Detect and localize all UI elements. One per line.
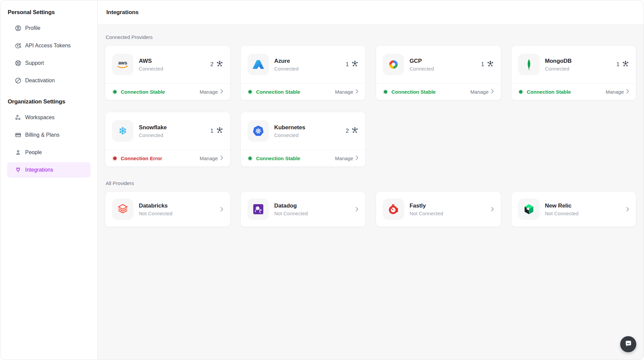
sidebar-item-label: Profile [25,25,40,31]
provider-info: AWS Connected [139,58,163,72]
sidebar-item-integrations[interactable]: Integrations [7,162,91,178]
person-icon [14,149,22,156]
provider-card-top: Databricks Not Connected [105,192,230,227]
connection-count-value: 1 [616,61,620,68]
connection-status: Connection Stable [518,89,571,95]
connection-count-value: 1 [210,128,213,134]
hub-icon [351,60,359,69]
fastly-logo-icon [383,198,404,220]
provider-name: GCP [410,58,434,64]
sidebar-item-label: Billing & Plans [25,132,59,138]
provider-card-top: aws AWS Connected 2 [105,46,230,83]
provider-card-top: MongoDB Connected 1 [512,46,636,83]
connection-status-text: Connection Stable [527,89,571,95]
status-dot-icon [112,156,117,161]
sidebar-item-profile[interactable]: Profile [7,20,91,36]
connection-count: 2 [210,60,223,69]
provider-name: New Relic [545,203,579,209]
manage-button[interactable]: Manage [335,155,359,161]
provider-name: Azure [274,58,299,64]
page-body: Connected Providers aws AWS Connected 2 … [98,25,644,360]
sidebar-item-api-access-tokens[interactable]: API Access Tokens [7,38,91,53]
new-relic-logo-icon [518,198,540,220]
manage-button[interactable]: Manage [335,89,359,95]
kubernetes-logo-icon [248,120,269,142]
manage-button[interactable]: Manage [200,155,223,161]
azure-logo-icon [248,54,269,75]
connection-status: Connection Stable [248,89,301,95]
status-dot-icon [383,89,388,95]
sidebar-section: Organization SettingsWorkspacesBilling &… [7,98,91,178]
connection-count: 1 [210,127,223,135]
manage-button[interactable]: Manage [606,89,629,95]
sidebar-item-label: API Access Tokens [25,43,71,49]
sidebar-item-billing-plans[interactable]: Billing & Plans [7,127,91,143]
connection-status-text: Connection Stable [256,89,301,95]
provider-status: Not Connected [545,211,579,216]
connection-count: 1 [616,60,629,69]
provider-name: AWS [139,58,163,64]
provider-card-new-relic[interactable]: New Relic Not Connected [511,191,637,227]
connection-status: Connection Stable [248,155,301,161]
provider-info: GCP Connected [410,58,434,72]
sidebar-item-workspaces[interactable]: Workspaces [7,110,91,125]
provider-card-footer: Connection Stable Manage [241,83,366,100]
chevron-right-icon [220,207,223,212]
connection-status-text: Connection Stable [256,155,301,161]
provider-card-kubernetes: Kubernetes Connected 2 Connection Stable… [240,112,366,167]
status-dot-icon [248,89,253,95]
provider-card-top: GCP Connected 1 [376,46,501,83]
connection-status-text: Connection Stable [391,89,436,95]
svg-text:aws: aws [118,60,127,65]
provider-name: Databricks [139,203,172,209]
provider-name: Fastly [410,203,443,209]
manage-label: Manage [606,89,624,95]
connection-count-value: 1 [481,61,484,68]
connection-count-value: 2 [210,61,213,68]
provider-status: Connected [139,66,163,72]
sidebar-item-people[interactable]: People [7,145,91,160]
connection-count: 2 [346,127,359,135]
mongodb-logo-icon [518,54,540,75]
workspaces-icon [14,114,22,121]
provider-card-footer: Connection Stable Manage [512,83,636,100]
ban-icon [14,77,22,84]
connected-providers-grid: aws AWS Connected 2 Connection Stable Ma… [105,45,636,167]
chevron-right-icon [220,155,223,161]
sidebar-section: Personal SettingsProfileAPI Access Token… [7,9,91,88]
provider-info: Azure Connected [274,58,299,72]
provider-info: New Relic Not Connected [545,203,579,216]
provider-card-azure: Azure Connected 1 Connection Stable Mana… [240,45,366,100]
lifebuoy-icon [14,59,22,67]
status-dot-icon [112,89,117,95]
manage-button[interactable]: Manage [200,89,223,95]
provider-status: Not Connected [274,211,308,216]
connected-providers-label: Connected Providers [106,34,636,40]
sidebar-item-label: Deactivation [25,78,55,84]
provider-card-footer: Connection Stable Manage [376,83,501,100]
settings-sidebar: Personal SettingsProfileAPI Access Token… [0,0,98,360]
provider-card-top: Kubernetes Connected 2 [241,112,366,150]
user-circle-icon [14,25,22,32]
hub-icon [351,127,359,135]
provider-name: Kubernetes [274,124,306,131]
provider-name: Datadog [274,203,308,209]
connection-count: 1 [481,60,494,69]
provider-card-datadog[interactable]: Datadog Not Connected [240,191,366,227]
provider-status: Connected [274,66,299,72]
provider-info: Fastly Not Connected [410,203,443,216]
provider-info: Snowflake Connected [139,124,167,138]
sidebar-item-label: Support [25,60,44,66]
chat-launcher-button[interactable] [620,336,636,352]
provider-card-databricks[interactable]: Databricks Not Connected [105,191,230,227]
sidebar-item-support[interactable]: Support [7,55,91,71]
connection-count-value: 2 [346,128,349,134]
provider-card-footer: Connection Error Manage [105,150,230,167]
connection-status-text: Connection Error [121,155,162,161]
sidebar-item-deactivation[interactable]: Deactivation [7,73,91,88]
provider-info: Datadog Not Connected [274,203,308,216]
status-dot-icon [518,89,524,95]
page-title: Integrations [106,9,139,16]
manage-button[interactable]: Manage [470,89,494,95]
provider-card-fastly[interactable]: Fastly Not Connected [376,191,501,227]
